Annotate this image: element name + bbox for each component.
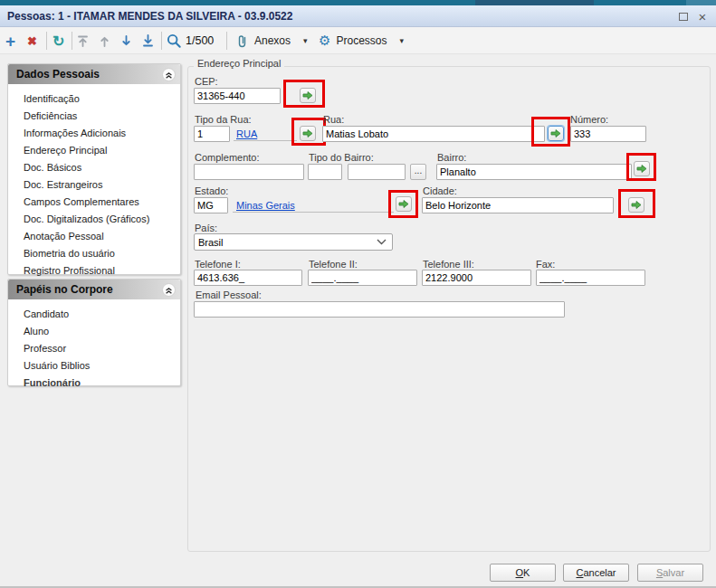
- collapse-icon[interactable]: [162, 68, 176, 81]
- processos-dropdown-button[interactable]: ⚙ Processos ▾: [319, 27, 404, 54]
- record-counter: 1/500: [186, 27, 214, 54]
- telefone3-input[interactable]: [422, 270, 531, 286]
- next-record-button[interactable]: [119, 27, 133, 54]
- numero-label: Número:: [570, 114, 608, 125]
- lookup-arrow-icon: [302, 90, 313, 100]
- numero-input[interactable]: [570, 126, 646, 142]
- sidebar-items: Identificação Deficiências Informações A…: [8, 84, 180, 284]
- last-record-button[interactable]: [141, 27, 155, 54]
- gear-icon: ⚙: [319, 33, 330, 49]
- first-record-icon: [76, 34, 90, 48]
- sidebar-item-biometria[interactable]: Biometria do usuário: [8, 245, 180, 262]
- tipo-bairro-code-input[interactable]: [308, 164, 342, 180]
- sidebar-item-deficiencias[interactable]: Deficiências: [8, 108, 180, 125]
- previous-record-icon: [98, 34, 111, 48]
- lookup-arrow-icon: [631, 200, 642, 210]
- lookup-arrow-icon: [302, 128, 313, 138]
- tipo-rua-input[interactable]: [194, 126, 230, 142]
- rua-input[interactable]: [322, 126, 545, 142]
- sidebar-item-doc-digitalizados[interactable]: Doc. Digitalizados (Gráficos): [8, 211, 180, 228]
- cep-lookup-button[interactable]: [300, 88, 316, 103]
- processos-label: Processos: [336, 34, 387, 47]
- estado-input[interactable]: [194, 197, 228, 213]
- sidebar-item-doc-basicos[interactable]: Doc. Básicos: [8, 159, 180, 176]
- toolbar-separator: [226, 32, 227, 50]
- toolbar-separator: [161, 32, 162, 50]
- sidebar-item-doc-estrangeiros[interactable]: Doc. Estrangeiros: [8, 176, 180, 194]
- sidebar-item-aluno[interactable]: Aluno: [8, 323, 180, 340]
- anexos-dropdown-button[interactable]: Anexos ▾: [236, 27, 308, 54]
- sidebar-item-candidato[interactable]: Candidato: [8, 306, 180, 323]
- rua-label: Rua:: [323, 114, 344, 125]
- cep-input[interactable]: [194, 88, 281, 104]
- sidebar-item-campos-complementares[interactable]: Campos Complementares: [8, 194, 180, 211]
- refresh-icon: ↻: [53, 33, 64, 50]
- add-icon: +: [5, 33, 15, 50]
- tipo-rua-link[interactable]: RUA: [236, 128, 257, 139]
- sidebar-item-anotacao-pessoal[interactable]: Anotação Pessoal: [8, 228, 180, 245]
- estado-link[interactable]: Minas Gerais: [236, 200, 295, 211]
- next-record-icon: [119, 34, 133, 48]
- title-bar: Pessoas: 1 - ITAMAR MENDES DA SILVEIRA -…: [0, 5, 716, 27]
- cidade-lookup-button[interactable]: [628, 197, 644, 213]
- toolbar-separator: [46, 32, 47, 50]
- previous-record-button[interactable]: [98, 27, 111, 54]
- sidebar-header-dados-pessoais[interactable]: Dados Pessoais: [8, 64, 180, 84]
- bairro-input[interactable]: [436, 164, 632, 180]
- sidebar-header-label: Dados Pessoais: [16, 68, 162, 81]
- lookup-arrow-icon: [550, 128, 561, 138]
- chevron-down-icon: [377, 239, 387, 245]
- cep-label: CEP:: [195, 76, 218, 87]
- last-record-icon: [141, 34, 155, 48]
- sidebar-header-papeis-corpore[interactable]: Papéis no Corpore: [8, 280, 180, 299]
- cancel-button[interactable]: Cancelar: [563, 564, 629, 582]
- save-button[interactable]: Salvar: [637, 564, 703, 582]
- sidebar-item-professor[interactable]: Professor: [8, 340, 180, 357]
- sidebar-item-endereco-principal[interactable]: Endereço Principal: [8, 142, 180, 159]
- chevron-down-icon: ▾: [303, 36, 308, 45]
- sidebar-group-dados-pessoais: Dados Pessoais Identificação Deficiência…: [7, 63, 181, 275]
- paperclip-icon: [236, 33, 249, 49]
- sidebar-group-papeis-corpore: Papéis no Corpore Candidato Aluno Profes…: [7, 279, 181, 386]
- sidebar-item-informacoes-adicionais[interactable]: Informações Adicionais: [8, 125, 180, 142]
- first-record-button[interactable]: [76, 27, 90, 54]
- rua-lookup-button[interactable]: [548, 126, 564, 141]
- search-button[interactable]: [167, 27, 182, 54]
- record-toolbar: + ✖ ↻ 1/500 Anexos ▾ ⚙ Processos ▾: [0, 27, 716, 54]
- anexos-label: Anexos: [254, 34, 291, 47]
- sidebar-item-registro-profissional[interactable]: Registro Profissional: [8, 262, 180, 280]
- bairro-label: Bairro:: [437, 152, 466, 163]
- lookup-arrow-icon: [398, 199, 409, 209]
- close-button[interactable]: ×: [694, 5, 711, 27]
- sidebar-header-label: Papéis no Corpore: [16, 283, 162, 296]
- sidebar-item-funcionario[interactable]: Funcionário: [8, 375, 180, 392]
- refresh-button[interactable]: ↻: [53, 27, 64, 54]
- tipo-bairro-desc-input[interactable]: [348, 164, 406, 180]
- complemento-input[interactable]: [194, 164, 304, 180]
- groupbox-title: Endereço Principal: [194, 58, 284, 69]
- tipo-rua-lookup-button[interactable]: [300, 126, 316, 141]
- bairro-lookup-button[interactable]: [634, 161, 650, 176]
- app-window: Pessoas: 1 - ITAMAR MENDES DA SILVEIRA -…: [0, 0, 716, 588]
- fax-input[interactable]: [536, 270, 645, 286]
- delete-record-button[interactable]: ✖: [27, 27, 37, 54]
- telefone2-input[interactable]: [308, 270, 417, 286]
- sidebar-item-usuario-biblios[interactable]: Usuário Biblios: [8, 357, 180, 375]
- telefone2-label: Telefone II:: [309, 259, 358, 270]
- telefone1-input[interactable]: [194, 270, 302, 286]
- email-input[interactable]: [194, 301, 565, 318]
- delete-icon: ✖: [27, 34, 37, 48]
- ok-button[interactable]: OK: [490, 564, 556, 582]
- add-record-button[interactable]: +: [5, 27, 15, 54]
- estado-lookup-button[interactable]: [396, 196, 412, 212]
- email-label: Email Pessoal:: [196, 289, 262, 300]
- cidade-input[interactable]: [422, 197, 614, 213]
- collapse-icon[interactable]: [162, 283, 176, 297]
- tipo-bairro-more-button[interactable]: ...: [410, 164, 426, 180]
- close-icon: ×: [699, 10, 707, 24]
- complemento-label: Complemento:: [195, 152, 260, 163]
- maximize-button[interactable]: [675, 5, 692, 27]
- pais-select[interactable]: Brasil: [194, 233, 393, 251]
- pais-selected-value: Brasil: [195, 237, 377, 248]
- sidebar-item-identificacao[interactable]: Identificação: [8, 90, 180, 108]
